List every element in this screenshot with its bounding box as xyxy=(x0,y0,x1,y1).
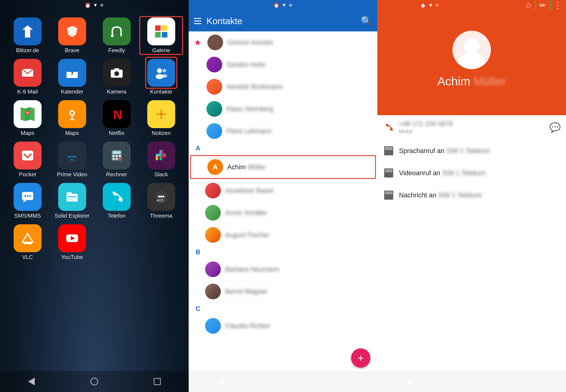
recents-icon-detail xyxy=(531,378,538,385)
voice-call-row[interactable]: Sprachanruf an SIM 1 Telekom xyxy=(377,140,566,162)
svg-text:N: N xyxy=(113,108,122,121)
contact-avatar xyxy=(205,318,221,334)
app-maps1[interactable]: Maps xyxy=(7,100,48,136)
app-rechner[interactable]: Rechner xyxy=(96,141,137,178)
app-brave[interactable]: Brave xyxy=(52,17,93,54)
app-blitzer[interactable]: Blitzer.de xyxy=(7,17,48,54)
list-item[interactable]: Claudia Richter xyxy=(189,315,377,337)
app-icon-brave xyxy=(58,17,86,45)
app-label-k9mail: K-9 Mail xyxy=(17,88,38,95)
svg-point-49 xyxy=(24,195,26,197)
app-youtube[interactable]: YouTube xyxy=(52,224,93,260)
list-item[interactable]: Barbara Neumann xyxy=(189,258,377,280)
message-row[interactable]: Nachricht an SIM 1 Telekom xyxy=(377,184,566,206)
hamburger-line xyxy=(194,18,201,19)
sms-button[interactable]: 💬 xyxy=(549,122,561,133)
menu-button[interactable] xyxy=(194,18,201,24)
search-button[interactable]: 🔍 xyxy=(361,16,372,26)
status-bar-detail: ⏰ ▼ ✈ ☆ ✏ ⋮ xyxy=(377,0,566,11)
app-kalender[interactable]: 7 Kalender xyxy=(52,59,93,95)
recents-button-contacts[interactable] xyxy=(339,375,353,389)
home-button-home[interactable] xyxy=(87,375,101,389)
app-pocket[interactable]: Pocket xyxy=(7,141,48,178)
app-label-brave: Brave xyxy=(65,47,79,54)
list-item[interactable]: Anneliese Bauer xyxy=(189,180,377,202)
app-smsmms[interactable]: SMS/MMS xyxy=(7,183,48,219)
list-item[interactable]: Armin Schäfer xyxy=(189,202,377,224)
back-icon-detail xyxy=(406,378,412,385)
back-button-detail[interactable] xyxy=(402,375,416,389)
app-notizen[interactable]: Notizen xyxy=(141,100,182,136)
sim-card-icon xyxy=(383,145,395,157)
alarm-icon-contacts: ⏰ xyxy=(273,2,279,8)
more-options-button[interactable]: ⋮ xyxy=(553,0,562,10)
list-item[interactable]: Klaus Steinberg xyxy=(189,98,377,120)
recents-square-icon xyxy=(154,378,161,385)
add-contact-fab[interactable]: + xyxy=(351,348,370,368)
list-item[interactable]: August Fischer xyxy=(189,224,377,246)
app-threema[interactable]: Threema xyxy=(141,183,182,219)
phone-number: +49 171 234 5678 xyxy=(399,120,545,127)
message-content: Nachricht an SIM 1 Telekom xyxy=(399,192,561,199)
favorite-button[interactable]: ☆ xyxy=(525,0,532,10)
app-telefon[interactable]: Telefon xyxy=(96,183,137,219)
app-k9mail[interactable]: K-9 Mail xyxy=(7,59,48,95)
back-button-contacts[interactable] xyxy=(213,375,227,389)
contact-avatar xyxy=(205,284,221,299)
app-vlc[interactable]: VLC xyxy=(7,224,48,260)
status-icons-detail: ⏰ ▼ ✈ xyxy=(420,2,439,8)
avatar-head xyxy=(464,38,479,53)
achim-contact-row[interactable]: A Achim Müller xyxy=(190,155,376,179)
app-netflix[interactable]: N Netflix xyxy=(96,100,137,136)
home-button-contacts[interactable] xyxy=(276,375,290,389)
app-icon-vlc xyxy=(14,224,42,252)
app-kamera[interactable]: Kamera xyxy=(96,59,137,95)
contact-avatar xyxy=(207,35,223,50)
app-icon-kalender: 7 xyxy=(58,59,86,87)
contact-name: Petra Lehmann xyxy=(226,127,372,135)
app-maps2[interactable]: Maps xyxy=(52,100,93,136)
app-prime[interactable]: primevideo Prime Video xyxy=(52,141,93,178)
app-icon-galerie xyxy=(147,17,175,45)
list-item[interactable]: Hendrik Brinkmann xyxy=(189,76,377,98)
svg-rect-28 xyxy=(22,151,33,160)
app-kontakte[interactable]: Kontakte xyxy=(141,59,182,95)
app-feedly[interactable]: Feedly xyxy=(96,17,137,54)
achim-avatar: A xyxy=(207,159,223,175)
app-label-kamera: Kamera xyxy=(107,88,126,95)
svg-rect-6 xyxy=(162,32,167,38)
app-icon-kontakte xyxy=(147,59,175,87)
svg-rect-35 xyxy=(116,155,118,157)
svg-point-59 xyxy=(160,196,162,197)
message-label: Nachricht an SIM 1 Telekom xyxy=(399,192,561,199)
recents-button-detail[interactable] xyxy=(528,375,541,389)
list-item[interactable]: Bernd Wagner xyxy=(189,280,377,303)
list-item[interactable]: Petra Lehmann xyxy=(189,120,377,142)
hero-avatar xyxy=(452,31,491,69)
airplane-icon-contacts: ✈ xyxy=(289,2,293,8)
contact-name: August Fischer xyxy=(225,231,372,239)
app-icon-telefon xyxy=(103,183,131,211)
back-icon-contacts xyxy=(217,378,223,385)
svg-rect-61 xyxy=(159,199,163,201)
app-label-kontakte: Kontakte xyxy=(150,88,172,95)
app-label-notizen: Notizen xyxy=(152,130,171,136)
list-item[interactable]: ★ Gereon Kessler xyxy=(189,31,377,54)
back-button-home[interactable] xyxy=(25,375,38,389)
app-icon-pocket xyxy=(14,141,42,169)
home-button-detail[interactable] xyxy=(465,375,479,389)
app-slack[interactable]: Slack xyxy=(141,141,182,178)
list-item[interactable]: Sandra Hofer xyxy=(189,54,377,76)
contact-name: Claudia Richter xyxy=(225,322,372,330)
video-call-row[interactable]: Videoanruf an SIM 1 Telekom xyxy=(377,162,566,184)
contact-avatar xyxy=(205,183,221,198)
phone-row[interactable]: +49 171 234 5678 Mobil 💬 xyxy=(377,115,566,140)
hamburger-line xyxy=(194,23,201,24)
svg-text:prime: prime xyxy=(68,155,76,158)
avatar-torso xyxy=(457,52,487,69)
recents-button-home[interactable] xyxy=(150,375,164,389)
app-galerie[interactable]: Galerie xyxy=(141,17,182,54)
app-solidexplorer[interactable]: Solid Explorer xyxy=(52,183,93,219)
app-label-netflix: Netflix xyxy=(109,130,124,136)
app-label-blitzer: Blitzer.de xyxy=(16,47,39,54)
